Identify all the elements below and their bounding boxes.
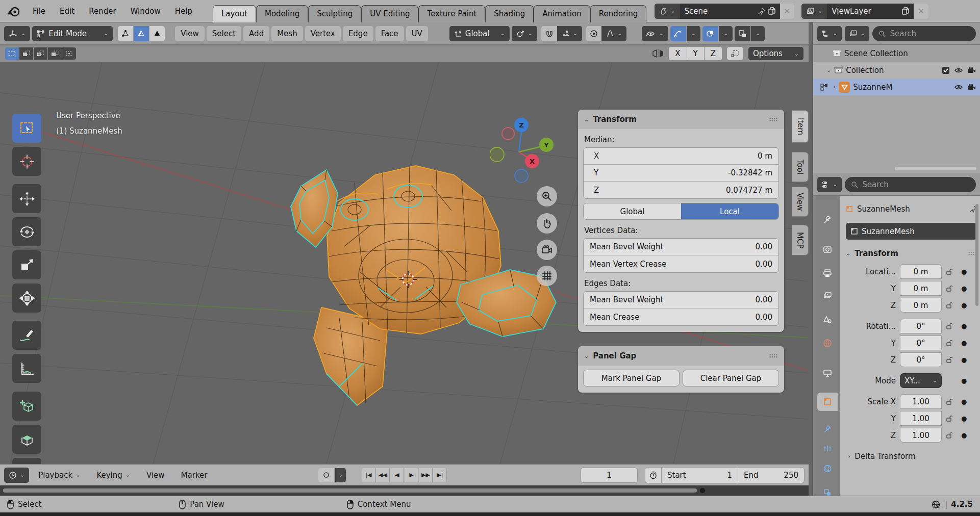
tool-rotate[interactable] — [12, 217, 41, 246]
workspace-tab-shading[interactable]: Shading — [485, 5, 534, 22]
proportional-falloff-dropdown[interactable]: ⌄ — [601, 26, 626, 41]
unlock-icon[interactable] — [946, 301, 957, 309]
rotation-mode-dropdown[interactable]: XY... ⌄ — [900, 373, 942, 388]
tab-viewlayer-icon[interactable] — [817, 287, 838, 305]
outliner-row-collection[interactable]: ⌄ Collection — [813, 62, 980, 79]
tool-transform[interactable] — [12, 283, 41, 313]
marker-menu[interactable]: Marker — [174, 469, 215, 482]
scene-close-button[interactable]: ✕ — [780, 4, 795, 19]
tool-extrude[interactable] — [12, 425, 41, 454]
unlock-icon[interactable] — [946, 339, 957, 347]
xray-toggle[interactable] — [735, 26, 750, 41]
tab-object-icon[interactable] — [817, 393, 838, 411]
mode-dropdown[interactable]: Edit Mode ⌄ — [32, 26, 113, 41]
mean-bevel-weight-vertex-field[interactable]: Mean Bevel Weight 0.00 — [584, 239, 778, 255]
suzanne-mesh[interactable]: .w{fill:none;stroke:#43301b;stroke-width… — [278, 154, 564, 415]
mean-bevel-weight-edge-field[interactable]: Mean Bevel Weight 0.00 — [584, 292, 778, 308]
copy-scene-icon[interactable] — [768, 7, 775, 15]
timeline-hscrollbar[interactable] — [3, 488, 697, 493]
snap-settings-dropdown[interactable]: ⌄ — [557, 26, 582, 41]
camera-visibility-icon[interactable] — [967, 67, 976, 74]
tool-scale[interactable] — [12, 250, 41, 279]
playback-menu[interactable]: Playback⌄ — [31, 469, 87, 482]
menu-vertex[interactable]: Vertex — [305, 26, 341, 41]
edge-select-button[interactable] — [134, 26, 149, 41]
tool-cursor[interactable] — [12, 147, 41, 176]
gizmo-z-neg[interactable] — [515, 169, 528, 183]
navigation-gizmo[interactable]: Z Y X — [490, 111, 556, 188]
animate-dot[interactable]: ● — [961, 285, 967, 292]
timeline-scrub-strip[interactable] — [0, 485, 809, 496]
menu-help[interactable]: Help — [168, 5, 199, 18]
rot-y-field[interactable]: 0° — [900, 336, 942, 350]
tab-physics-icon[interactable] — [817, 459, 838, 478]
visibility-dropdown[interactable]: ⌄ — [642, 26, 668, 41]
animate-dot[interactable]: ● — [961, 377, 967, 384]
pan-button[interactable] — [537, 213, 557, 234]
tab-output-icon[interactable] — [817, 264, 838, 282]
jump-to-end-button[interactable]: ▶| — [433, 468, 447, 482]
current-frame-field[interactable]: 1 — [581, 468, 638, 483]
tab-screen-icon[interactable] — [817, 364, 838, 382]
object-id-field[interactable]: SuzanneMesh — [846, 223, 977, 240]
loc-x-field[interactable]: 0 m — [900, 264, 942, 279]
mark-panel-gap-button[interactable]: Mark Panel Gap — [583, 370, 680, 386]
panel-gap-header[interactable]: ⌄ Panel Gap ∷∷ — [578, 346, 784, 366]
workspace-tab-rendering[interactable]: Rendering — [590, 5, 647, 22]
select-mode-extend[interactable] — [19, 47, 33, 60]
gizmos-toggle[interactable] — [670, 26, 686, 41]
shading-dropdown[interactable]: ⌄ — [751, 26, 765, 41]
transform-orientation-dropdown[interactable]: Global ⌄ — [449, 26, 510, 41]
transform-panel-header[interactable]: ⌄ Transform ∷∷ — [578, 110, 784, 129]
frame-start-field[interactable]: Start 1 — [661, 468, 738, 483]
pin-icon[interactable] — [758, 8, 765, 15]
workspace-tab-sculpting[interactable]: Sculpting — [308, 5, 361, 22]
pivot-point-dropdown[interactable]: ⌄ — [512, 26, 537, 41]
tool-measure[interactable] — [12, 354, 41, 383]
properties-search-input[interactable]: Search — [845, 177, 976, 192]
menu-add[interactable]: Add — [243, 26, 269, 41]
outliner-search-input[interactable]: Search — [872, 26, 976, 41]
face-select-button[interactable] — [149, 26, 165, 41]
npanel-tab-mcp[interactable]: MCP — [792, 225, 809, 255]
frame-end-field[interactable]: End 250 — [738, 468, 804, 483]
properties-scrollbar[interactable] — [975, 204, 978, 306]
workspace-tab-uv-editing[interactable]: UV Editing — [361, 5, 418, 22]
unlock-icon[interactable] — [946, 285, 957, 292]
median-x-field[interactable]: X 0 m — [584, 148, 778, 165]
animate-dot[interactable]: ● — [961, 301, 967, 309]
animate-dot[interactable]: ● — [961, 322, 967, 330]
median-y-field[interactable]: Y -0.32842 m — [584, 165, 778, 182]
tool-select-box[interactable] — [12, 114, 41, 143]
animate-dot[interactable]: ● — [961, 415, 967, 422]
menu-face[interactable]: Face — [375, 26, 404, 41]
exclude-checkbox[interactable] — [942, 66, 950, 74]
scale-x-field[interactable]: 1.00 — [900, 394, 942, 409]
animate-dot[interactable]: ● — [961, 356, 967, 364]
mirror-y-button[interactable]: Y — [687, 47, 704, 60]
gizmo-x-neg[interactable] — [502, 127, 514, 140]
jump-to-start-button[interactable]: |◀ — [362, 468, 375, 482]
tool-move[interactable] — [12, 184, 41, 213]
viewlayer-type-dropdown[interactable]: ⌄ — [801, 4, 827, 19]
menu-render[interactable]: Render — [82, 5, 123, 18]
zoom-button[interactable] — [537, 186, 557, 207]
copy-viewlayer-icon[interactable] — [902, 7, 909, 15]
unlock-icon[interactable] — [946, 268, 957, 275]
outliner-row-suzanne[interactable]: ⌄ SuzanneM — [813, 79, 980, 95]
jump-next-keyframe-button[interactable]: ▶▶ — [419, 468, 433, 482]
rot-x-field[interactable]: 0° — [900, 319, 942, 333]
viewport-canvas[interactable]: .w{fill:none;stroke:#43301b;stroke-width… — [0, 62, 809, 464]
scale-z-field[interactable]: 1.00 — [900, 428, 942, 443]
tool-inset[interactable] — [12, 458, 41, 464]
tool-annotate[interactable] — [12, 321, 41, 350]
mean-vertex-crease-field[interactable]: Mean Vertex Crease 0.00 — [584, 255, 778, 272]
overlays-toggle[interactable] — [702, 26, 718, 41]
menu-window[interactable]: Window — [123, 5, 168, 18]
rot-z-field[interactable]: 0° — [900, 352, 942, 367]
tab-tool-icon[interactable] — [817, 211, 838, 229]
delta-transform-section[interactable]: ⌄ Delta Transform — [846, 452, 977, 461]
menu-edge[interactable]: Edge — [343, 26, 373, 41]
timeline-type-dropdown[interactable]: ⌄ — [4, 468, 29, 483]
panel-drag-icon[interactable]: ∷∷ — [769, 353, 778, 359]
